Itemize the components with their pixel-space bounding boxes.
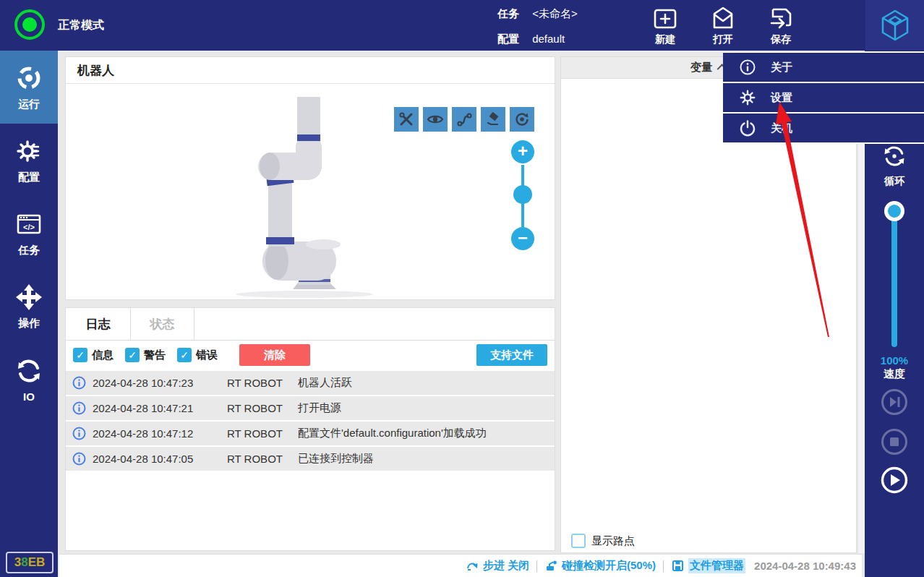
new-file-icon (651, 5, 679, 33)
task-value: <未命名> (532, 7, 578, 20)
menu-item-settings[interactable]: 设置 (723, 83, 924, 114)
file-manager-icon (671, 559, 685, 573)
play-icon (881, 466, 908, 494)
info-icon (739, 59, 756, 76)
log-filter-row: 信息 警告 错误 清除 支持文件 (66, 341, 555, 369)
collision-icon (544, 559, 558, 573)
file-manager-button[interactable]: 文件管理器 (671, 558, 745, 573)
mode-status-dot (22, 17, 37, 32)
power-icon (739, 119, 756, 137)
menu-item-about[interactable]: 关于 (723, 53, 924, 83)
sidebar-item-configure[interactable]: 配置 (0, 124, 58, 197)
sidebar-item-operate[interactable]: 操作 (0, 270, 58, 343)
zoom-in-button[interactable]: + (511, 140, 534, 163)
open-file-icon (709, 5, 737, 33)
zoom-slider-handle[interactable] (513, 185, 532, 204)
open-task-label: 打开 (694, 33, 752, 46)
log-row: 2024-04-28 10:47:05 RT ROBOT 已连接到控制器 (66, 447, 555, 471)
configure-icon (14, 137, 43, 166)
info-checkbox[interactable] (73, 348, 87, 362)
info-icon (72, 427, 86, 440)
save-task-button[interactable]: 保存 (752, 1, 810, 49)
menu-item-shutdown[interactable]: 关机 (723, 114, 924, 144)
sidebar-item-label: 配置 (18, 171, 40, 184)
warning-checkbox[interactable] (125, 348, 140, 362)
collision-detection-toggle[interactable]: 碰撞检测开启(50%) (544, 559, 656, 573)
sidebar-item-task[interactable]: </> 任务 (0, 197, 58, 270)
log-time: 2024-04-28 10:47:05 (93, 453, 201, 465)
sidebar-item-label: 操作 (18, 317, 40, 330)
log-message: 配置文件'default.configuration'加载成功 (298, 427, 487, 440)
info-icon (72, 401, 86, 415)
show-waypoints-row: 显示路点 (571, 534, 635, 548)
topbar: 正常模式 任务 <未命名> 配置 default 新建 (0, 0, 924, 51)
loop-button[interactable]: 循环 (865, 143, 924, 188)
play-button[interactable] (881, 466, 908, 494)
log-row: 2024-04-28 10:47:23 RT ROBOT 机器人活跃 (66, 371, 555, 395)
stop-button[interactable] (881, 428, 908, 456)
show-waypoints-label: 显示路点 (591, 534, 635, 548)
stop-icon (881, 428, 908, 456)
path-button[interactable] (452, 107, 476, 132)
speed-slider-handle[interactable] (884, 201, 904, 221)
step-mode-label: 步进 关闭 (483, 559, 529, 573)
step-icon (466, 559, 479, 573)
tools-icon (398, 111, 415, 128)
config-value: default (532, 33, 565, 45)
gear-icon (739, 89, 756, 106)
file-manager-label: 文件管理器 (688, 558, 745, 573)
new-task-label: 新建 (636, 33, 694, 46)
menu-item-label: 关于 (771, 61, 792, 74)
variables-panel-title: 变量 (690, 61, 712, 74)
step-mode-toggle[interactable]: 步进 关闭 (466, 559, 529, 573)
log-message: 已连接到控制器 (298, 452, 374, 466)
step-next-button[interactable] (881, 388, 908, 416)
tools-button[interactable] (394, 107, 419, 132)
config-label: 配置 (497, 33, 519, 45)
support-files-button[interactable]: 支持文件 (476, 344, 547, 366)
operate-icon (14, 283, 43, 312)
show-waypoints-checkbox[interactable] (571, 534, 586, 548)
status-code-badge: 38EB (6, 552, 54, 573)
erase-button[interactable] (481, 107, 505, 132)
tab-log[interactable]: 日志 (66, 308, 131, 340)
log-source: RT ROBOT (227, 427, 292, 440)
left-sidebar: 运行 配置 </> 任务 (0, 51, 58, 577)
reset-view-button[interactable] (510, 107, 534, 132)
log-list: 2024-04-28 10:47:23 RT ROBOT 机器人活跃 2024-… (66, 371, 555, 471)
sidebar-item-label: 运行 (18, 98, 40, 111)
error-checkbox-label: 错误 (196, 349, 218, 362)
menu-item-label: 设置 (771, 91, 792, 105)
loop-icon (881, 143, 907, 169)
task-icon: </> (14, 210, 43, 239)
speed-value: 100% (865, 354, 924, 367)
sidebar-item-run[interactable]: 运行 (0, 51, 58, 124)
error-checkbox[interactable] (177, 348, 192, 362)
sidebar-item-io[interactable]: IO (0, 343, 58, 416)
warning-checkbox-label: 警告 (144, 349, 166, 362)
run-icon (14, 64, 43, 93)
view-button[interactable] (423, 107, 448, 132)
info-icon (72, 452, 86, 466)
new-task-button[interactable]: 新建 (636, 1, 694, 49)
mode-label: 正常模式 (58, 0, 104, 51)
zoom-out-button[interactable]: − (511, 227, 534, 250)
divider (663, 560, 664, 572)
skip-next-icon (881, 388, 908, 416)
log-time: 2024-04-28 10:47:21 (93, 402, 201, 414)
tab-status[interactable]: 状态 (131, 308, 194, 340)
topbar-actions: 新建 打开 保存 (636, 1, 810, 49)
clear-log-button[interactable]: 清除 (239, 344, 310, 366)
speed-label: 速度 (865, 367, 924, 381)
sidebar-item-label: IO (23, 390, 35, 403)
statusbar-datetime: 2024-04-28 10:49:43 (754, 560, 856, 572)
open-task-button[interactable]: 打开 (694, 1, 752, 49)
eraser-icon (484, 111, 502, 128)
app-menu-button[interactable] (865, 0, 924, 51)
log-tabs: 日志 状态 (66, 308, 555, 341)
log-time: 2024-04-28 10:47:23 (93, 377, 201, 389)
log-time: 2024-04-28 10:47:12 (93, 427, 201, 440)
speed-slider-track[interactable] (891, 208, 897, 347)
log-source: RT ROBOT (227, 453, 292, 465)
statusbar: 步进 关闭 碰撞检测开启(50%) 文件管理器 2024-04-28 10:49… (59, 554, 862, 577)
